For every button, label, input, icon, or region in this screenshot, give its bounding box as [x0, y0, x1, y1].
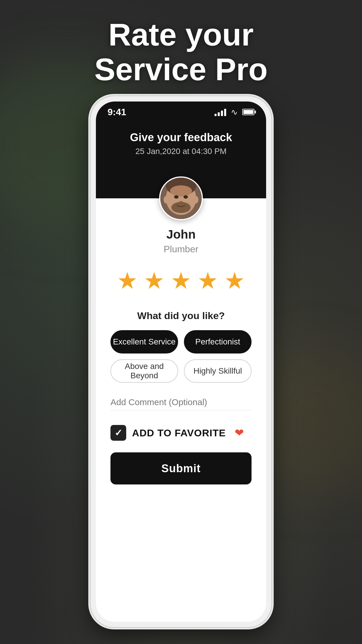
wifi-icon: ∿: [231, 107, 238, 117]
tag-above-and-beyond[interactable]: Above and Beyond: [110, 359, 178, 383]
avatar-container: [108, 176, 254, 220]
status-time: 9:41: [108, 107, 126, 118]
svg-point-5: [184, 195, 188, 199]
svg-point-8: [164, 196, 169, 204]
screen-content: Give your feedback 25 Jan,2020 at 04:30 …: [96, 123, 266, 622]
svg-point-3: [170, 186, 192, 197]
header-area: Give your feedback 25 Jan,2020 at 04:30 …: [96, 123, 266, 198]
pro-name: John: [110, 228, 252, 242]
avatar: [159, 176, 203, 220]
tag-excellent-service[interactable]: Excellent Service: [110, 330, 178, 354]
star-1[interactable]: ★: [117, 269, 138, 293]
heart-icon: ❤: [235, 426, 244, 439]
header-title: Give your feedback: [108, 131, 254, 144]
phone-mockup: 9:41 ∿ Give your feedback 25 Jan,2020 at…: [91, 96, 271, 627]
tag-perfectionist[interactable]: Perfectionist: [184, 330, 252, 354]
tags-row-2: Above and Beyond Highly Skillful: [110, 359, 252, 383]
pro-role: Plumber: [110, 244, 252, 255]
battery-icon: [242, 109, 254, 115]
svg-point-7: [171, 202, 191, 213]
submit-button[interactable]: Submit: [110, 452, 252, 484]
star-3[interactable]: ★: [171, 269, 191, 293]
check-icon: ✓: [115, 427, 122, 438]
tags-row-1: Excellent Service Perfectionist: [110, 330, 252, 354]
tags-grid: Excellent Service Perfectionist Above an…: [110, 330, 252, 383]
star-4[interactable]: ★: [197, 269, 218, 293]
what-like-label: What did you like?: [110, 310, 252, 321]
header-date: 25 Jan,2020 at 04:30 PM: [108, 147, 254, 156]
tag-highly-skillful[interactable]: Highly Skillful: [184, 359, 252, 383]
white-card: John Plumber ★ ★ ★ ★ ★ What did you like…: [96, 198, 266, 622]
page-title: Rate your Service Pro: [0, 18, 362, 87]
status-bar: 9:41 ∿: [96, 102, 266, 123]
stars-row[interactable]: ★ ★ ★ ★ ★: [110, 269, 252, 293]
favorite-row: ✓ ADD TO FAVORITE ❤: [110, 425, 252, 441]
star-2[interactable]: ★: [144, 269, 165, 293]
favorite-label: ADD TO FAVORITE: [132, 427, 226, 439]
svg-point-9: [193, 196, 198, 204]
phone-screen: 9:41 ∿ Give your feedback 25 Jan,2020 at…: [96, 102, 266, 622]
signal-icon: [215, 108, 226, 116]
star-5[interactable]: ★: [224, 269, 245, 293]
status-icons: ∿: [215, 107, 254, 117]
svg-point-4: [174, 195, 178, 199]
comment-input[interactable]: [110, 394, 252, 410]
favorite-checkbox[interactable]: ✓: [110, 425, 126, 441]
